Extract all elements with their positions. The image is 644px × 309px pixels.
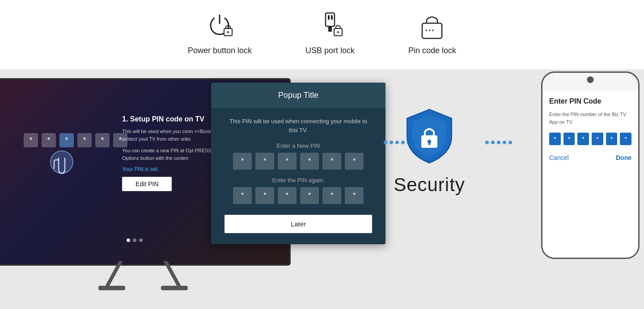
- tv-pin-dot-5: *: [95, 133, 110, 147]
- usb-lock-label: USB port lock: [305, 46, 355, 55]
- popup-again-pin-label: Enter the PIN again.: [225, 177, 372, 184]
- popup-again-cell-2[interactable]: *: [255, 187, 274, 204]
- popup-dialog: Popup Title This PIN will be used when c…: [211, 83, 386, 244]
- bottom-section: * * * * * *: [0, 69, 644, 309]
- tv-pin-dot-1: *: [24, 133, 38, 147]
- svg-line-12: [165, 261, 179, 286]
- power-lock-icon: [204, 9, 235, 41]
- phone-pin-row: * * * * * *: [549, 133, 631, 145]
- svg-line-11: [107, 261, 121, 286]
- svg-rect-14: [161, 286, 188, 290]
- popup-title: Popup Title: [278, 91, 318, 100]
- popup-new-pin-row: * * * * * *: [225, 153, 372, 170]
- phone-done-button[interactable]: Done: [616, 154, 631, 161]
- top-features-section: Power button lock USB port lock: [0, 0, 644, 69]
- pag-dot-1: [127, 238, 130, 242]
- popup-pin-cell-3[interactable]: *: [278, 153, 297, 170]
- security-section: Security: [385, 105, 474, 196]
- svg-rect-17: [428, 142, 430, 145]
- svg-rect-3: [328, 15, 330, 20]
- popup-pin-cell-2[interactable]: *: [255, 153, 274, 170]
- popup-pin-cell-6[interactable]: *: [345, 153, 364, 170]
- power-lock-feature: Power button lock: [188, 9, 252, 55]
- popup-body: This PIN will be used when connecting yo…: [211, 108, 386, 244]
- popup-again-cell-1[interactable]: *: [233, 187, 252, 204]
- security-shield-icon: [398, 105, 461, 167]
- popup-again-pin-row: * * * * * *: [225, 187, 372, 204]
- enter-pin-desc: Enter the PIN number of the Biz TV App o…: [549, 111, 631, 125]
- pin-lock-feature: * * * Pin code lock: [408, 9, 456, 55]
- popup-description: This PIN will be used when connecting yo…: [225, 117, 372, 134]
- pag-dot-2: [133, 238, 136, 242]
- finger-icon: [46, 142, 77, 178]
- tv-pin-dot-4: *: [77, 133, 92, 147]
- security-label: Security: [394, 174, 465, 196]
- popup-header: Popup Title: [211, 83, 386, 108]
- dot-r2: [491, 141, 495, 144]
- edit-pin-button[interactable]: Edit PIN: [122, 177, 172, 191]
- phone-screen-content: Enter PIN Code Enter the PIN number of t…: [542, 91, 638, 258]
- phone-pin-6[interactable]: *: [620, 133, 631, 145]
- enter-pin-title: Enter PIN Code: [549, 97, 631, 105]
- svg-rect-4: [331, 15, 333, 20]
- pag-dot-3: [139, 238, 143, 242]
- connector-dots-right: [485, 141, 512, 144]
- svg-point-1: [227, 31, 229, 33]
- usb-lock-feature: USB port lock: [305, 9, 355, 55]
- svg-rect-13: [98, 286, 125, 290]
- pin-lock-icon: * * *: [417, 9, 448, 41]
- phone-pin-1[interactable]: *: [549, 133, 561, 145]
- svg-point-7: [337, 31, 339, 33]
- svg-rect-2: [326, 13, 335, 26]
- popup-again-cell-4[interactable]: *: [300, 187, 319, 204]
- popup-pin-cell-1[interactable]: *: [233, 153, 252, 170]
- phone-cancel-button[interactable]: Cancel: [549, 154, 569, 161]
- popup-again-cell-6[interactable]: *: [345, 187, 364, 204]
- phone-pin-4[interactable]: *: [592, 133, 603, 145]
- power-lock-label: Power button lock: [188, 46, 252, 55]
- popup-later-button[interactable]: Later: [225, 215, 372, 233]
- phone-pin-3[interactable]: *: [577, 133, 589, 145]
- pagination-dots: [127, 238, 143, 242]
- pin-lock-label: Pin code lock: [408, 46, 456, 55]
- phone-pin-2[interactable]: *: [564, 133, 575, 145]
- popup-new-pin-label: Enter a New PIN: [225, 142, 372, 149]
- popup-pin-cell-4[interactable]: *: [300, 153, 319, 170]
- svg-text:* * *: * * *: [425, 29, 434, 34]
- phone-pin-5[interactable]: *: [606, 133, 618, 145]
- dot-r1: [485, 141, 489, 144]
- phone-actions: Cancel Done: [549, 154, 631, 161]
- popup-again-cell-5[interactable]: *: [322, 187, 341, 204]
- dot-r3: [497, 141, 500, 144]
- popup-again-cell-3[interactable]: *: [278, 187, 297, 204]
- phone-camera: [587, 76, 594, 83]
- svg-rect-5: [328, 26, 332, 32]
- phone-frame: Enter PIN Code Enter the PIN number of t…: [541, 71, 640, 259]
- popup-pin-cell-5[interactable]: *: [322, 153, 341, 170]
- usb-lock-icon: [314, 9, 346, 41]
- dot-r5: [508, 141, 512, 144]
- phone-container: Enter PIN Code Enter the PIN number of t…: [537, 71, 644, 259]
- dot-r4: [503, 141, 506, 144]
